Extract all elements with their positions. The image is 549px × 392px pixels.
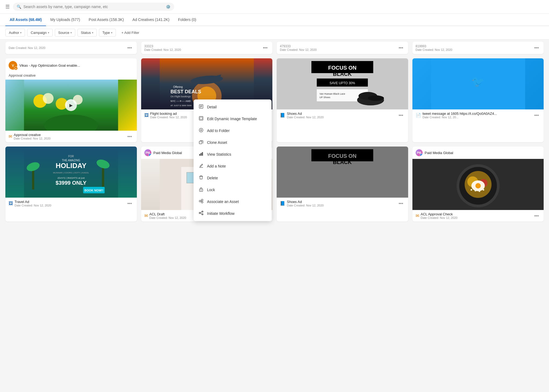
context-menu-item-delete[interactable]: Delete [194, 172, 272, 184]
more-button-8[interactable]: ••• [533, 213, 540, 219]
tab-my-uploads[interactable]: My Uploads (577) [46, 14, 84, 26]
svg-text:UP Shoes: UP Shoes [319, 96, 330, 99]
tab-ad-creatives[interactable]: Ad Creatives (141.2K) [128, 14, 174, 26]
card-type-icon-4: 📄 [416, 113, 421, 118]
svg-text:HOLIDAY: HOLIDAY [56, 162, 87, 170]
svg-text:BLACK: BLACK [333, 71, 352, 77]
svg-rect-31 [32, 168, 34, 190]
top-bar: ☰ 🔍 ⚙️ [0, 0, 549, 14]
asset-card-8: PM f Paid Media Global [412, 147, 544, 222]
card-date-1: Date Created: Nov 12, 2020 [14, 137, 51, 140]
partial-id-1: 33323 [144, 44, 181, 48]
card-thumbnail-1: ▶ [5, 80, 137, 131]
avatar-badge-1: ▲ [14, 66, 18, 70]
chevron-icon: ▾ [70, 31, 72, 34]
svg-point-2 [43, 93, 54, 104]
card-thumbnail-3: FOCUS ON BLACK SAVE UPTO 30% Van Huesan … [277, 58, 408, 109]
context-menu-item-view-stats[interactable]: View Statistics [194, 148, 272, 160]
workflow-icon [198, 211, 204, 216]
card-title-7: Shoes Ad [287, 200, 324, 204]
svg-point-64 [479, 190, 480, 192]
filter-source[interactable]: Source ▾ [55, 29, 75, 37]
card-title-2: Flight booking ad [150, 112, 187, 116]
card-footer-8: ✉ ACL Approval Check Date Created: Nov 1… [412, 210, 544, 222]
edit-dynamic-icon [198, 116, 204, 122]
context-menu-item-associate[interactable]: Associate an Asset [194, 196, 272, 208]
context-menu-item-workflow[interactable]: Initiate Workflow [194, 208, 272, 219]
more-button-7[interactable]: ••• [397, 201, 405, 206]
context-menu-item-lock[interactable]: Lock [194, 184, 272, 196]
svg-line-86 [201, 201, 201, 202]
card-type-icon-8: ✉ [416, 213, 419, 218]
partial-card-2: 479333 Date Created: Nov 12, 2020 ••• [277, 42, 408, 54]
more-button-5[interactable]: ••• [126, 201, 134, 206]
chevron-icon: ▾ [48, 31, 49, 34]
card-title-8: ACL Approval Check [421, 212, 458, 216]
more-button-4[interactable]: ••• [533, 113, 540, 118]
context-menu-item-detail[interactable]: Detail [194, 101, 272, 113]
svg-rect-75 [199, 141, 202, 144]
partial-date-1: Date Created: Nov 12, 2020 [144, 48, 181, 51]
svg-rect-76 [199, 154, 200, 156]
associate-icon [198, 199, 204, 205]
filter-status[interactable]: Status ▾ [77, 29, 97, 37]
fb-badge-8: f [420, 154, 423, 156]
context-menu-item-clone[interactable]: Clone Asset [194, 137, 272, 148]
context-menu-item-edit-dynamic[interactable]: Edit Dynamic Image Template [194, 113, 272, 125]
hamburger-menu[interactable]: ☰ [5, 4, 10, 10]
card-thumbnail-8 [412, 159, 544, 210]
card-title-6: ACL Draft [149, 212, 186, 216]
card-label-1: Approval creative [5, 72, 137, 80]
more-button-partial-1[interactable]: ••• [261, 45, 269, 51]
svg-point-61 [475, 183, 481, 188]
context-menu-item-add-note[interactable]: Add a Note [194, 160, 272, 172]
card-footer-4: 📄 tweet message at 1605 https://t.co/Qo0… [412, 109, 544, 121]
card-footer-7: 📘 Shoes Ad Date Created: Nov 12, 2020 ••… [277, 198, 408, 209]
asset-card-3: FOCUS ON BLACK SAVE UPTO 30% Van Huesan … [277, 58, 408, 142]
svg-point-92 [199, 213, 200, 213]
card-thumbnail-5: FOR THE AMAZING HOLIDAY MUNNAR | COORG |… [5, 147, 137, 198]
svg-point-63 [475, 190, 476, 191]
more-button-partial-0[interactable]: ••• [126, 45, 134, 51]
svg-text:NYC ----✈---- AMD: NYC ----✈---- AMD [170, 100, 191, 102]
filter-author[interactable]: Author ▾ [5, 29, 25, 37]
more-button-partial-2[interactable]: ••• [397, 45, 405, 51]
search-gear-icon[interactable]: ⚙️ [166, 5, 170, 9]
add-filter-button[interactable]: + Add Filter [118, 29, 143, 37]
card-date-7: Date Created: Nov 12, 2020 [287, 204, 324, 207]
tab-post-assets[interactable]: Post Assets (158.3K) [84, 14, 128, 26]
svg-point-81 [201, 190, 202, 191]
stats-icon [198, 151, 204, 157]
svg-line-85 [201, 200, 201, 201]
tab-all-assets[interactable]: All Assets (68.4M) [5, 14, 46, 26]
delete-icon [198, 175, 204, 181]
search-input[interactable] [23, 5, 164, 9]
partial-card-3: 819993 Date Created: Nov 12, 2020 ••• [412, 42, 544, 54]
asset-card-1: V ▲ Vikas - App Optimization Goal enable… [5, 58, 137, 142]
more-button-1[interactable]: ••• [126, 134, 134, 139]
svg-point-93 [202, 211, 203, 212]
svg-text:Van Huesan Black Lace: Van Huesan Black Lace [319, 92, 345, 95]
filter-type[interactable]: Type ▾ [99, 29, 116, 37]
card-footer-1: ✉ Approval creative Date Created: Nov 12… [5, 131, 137, 142]
play-button-1[interactable]: ▶ [65, 99, 77, 111]
partial-id-2: 479333 [280, 44, 317, 48]
asset-card-7: FOCUS ON BLACK 📘 Shoes Ad Date Created: … [277, 147, 408, 222]
card-footer-3: 📘 Shoes Ad Date Created: Nov 12, 2020 ••… [277, 109, 408, 121]
more-button-3[interactable]: ••• [397, 113, 405, 118]
context-menu-item-add-folder[interactable]: Add to Folder [194, 125, 272, 137]
svg-text:2DAYS | 3NIGHTS at just: 2DAYS | 3NIGHTS at just [57, 177, 85, 179]
filter-campaign[interactable]: Campaign ▾ [27, 29, 52, 37]
tab-folders[interactable]: Folders (0) [174, 14, 201, 26]
clone-icon [198, 140, 204, 145]
svg-text:On Flight bookings: On Flight bookings [170, 95, 191, 98]
partial-cards-row: Date Created: Nov 12, 2020 ••• 33323 Dat… [0, 40, 549, 54]
svg-text:SAVE UPTO 30%: SAVE UPTO 30% [330, 81, 355, 85]
svg-point-94 [202, 214, 203, 215]
asset-card-4: 🐦 📄 tweet message at 1605 https://t.co/Q… [412, 58, 544, 142]
chevron-icon: ▾ [111, 31, 112, 34]
svg-text:AT JUST $ 3999 5999: AT JUST $ 3999 5999 [170, 104, 192, 107]
more-button-partial-3[interactable]: ••• [533, 45, 540, 51]
card-date-3: Date Created: Nov 12, 2020 [287, 116, 324, 119]
card-type-icon-3: 📘 [280, 113, 285, 118]
